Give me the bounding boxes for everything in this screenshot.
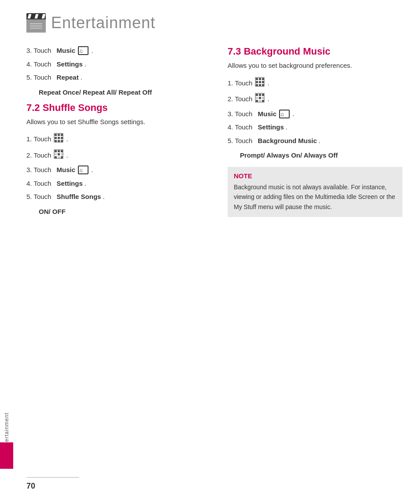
svg-rect-0 — [55, 134, 57, 136]
content-columns: 3. Touch Music ♫. 4. Touch Settings. 5. … — [26, 46, 402, 491]
svg-rect-10 — [55, 150, 57, 152]
shuffle-steps-list: 1. Touch — [26, 133, 201, 202]
svg-rect-21 — [259, 78, 261, 80]
svg-rect-26 — [256, 84, 258, 86]
svg-rect-1 — [58, 134, 60, 136]
note-box: NOTE Background music is not always avai… — [228, 167, 402, 217]
svg-rect-30 — [256, 94, 258, 96]
svg-rect-28 — [262, 84, 264, 86]
svg-rect-14 — [58, 153, 60, 155]
svg-rect-32 — [262, 94, 264, 96]
svg-rect-31 — [259, 94, 261, 96]
svg-rect-22 — [262, 78, 264, 80]
right-column: 7.3 Background Music Allows you to set b… — [223, 46, 402, 491]
bg-steps-list: 1. Touch — [228, 77, 402, 146]
shuffle-songs-desc: Allows you to set Shuffle Songs settings… — [26, 117, 201, 127]
music-icon-3: ♫ — [279, 110, 290, 118]
svg-rect-11 — [58, 150, 60, 152]
bg-music-heading: 7.3 Background Music — [228, 46, 402, 57]
svg-rect-35 — [262, 97, 264, 99]
music-icon-2: ♫ — [78, 166, 88, 174]
svg-rect-13 — [55, 153, 57, 155]
shuffle-step-3: 3. Touch Music ♫. — [26, 165, 201, 175]
page-number: 70 — [26, 482, 35, 491]
page-title: Entertainment — [51, 14, 155, 32]
shuffle-step-1: 1. Touch — [26, 133, 201, 146]
note-label: NOTE — [234, 172, 396, 180]
svg-rect-38 — [262, 100, 264, 102]
bg-step-5: 5. Touch Background Music. — [228, 136, 402, 146]
shuffle-step-4: 4. Touch Settings. — [26, 179, 201, 189]
svg-rect-3 — [55, 137, 57, 139]
shuffle-step-2: 2. Touch — [26, 149, 201, 162]
step-5-touch-repeat: 5. Touch Repeat. — [26, 73, 201, 83]
svg-rect-6 — [55, 140, 57, 142]
svg-rect-5 — [61, 137, 63, 139]
step-4-touch-settings: 4. Touch Settings. — [26, 59, 201, 70]
sidebar: Entertainment — [0, 0, 13, 504]
grid-icon-1 — [54, 133, 63, 146]
svg-rect-34 — [259, 97, 261, 99]
svg-rect-25 — [262, 81, 264, 83]
note-text: Background music is not always available… — [234, 182, 396, 212]
step-3-touch-music: 3. Touch Music ♫. — [26, 46, 201, 56]
bg-step-3: 3. Touch Music ♫. — [228, 109, 402, 119]
bg-grid-icon-1 — [255, 77, 265, 90]
svg-rect-23 — [256, 81, 258, 83]
svg-rect-37 — [259, 100, 261, 102]
svg-rect-4 — [58, 137, 60, 139]
shuffle-step-5: 5. Touch Shuffle Songs. — [26, 192, 201, 202]
bg-grid-icon-2 — [255, 93, 265, 106]
left-column: 3. Touch Music ♫. 4. Touch Settings. 5. … — [26, 46, 206, 491]
sidebar-accent — [0, 442, 13, 469]
bg-music-desc: Allows you to set background preferences… — [228, 61, 402, 71]
page-header: Entertainment — [26, 13, 402, 33]
svg-rect-18 — [61, 156, 63, 158]
bg-step-4: 4. Touch Settings. — [228, 122, 402, 132]
svg-rect-20 — [256, 78, 258, 80]
svg-rect-33 — [256, 97, 258, 99]
svg-rect-36 — [256, 100, 258, 102]
bg-step-1: 1. Touch — [228, 77, 402, 90]
main-content: Entertainment 3. Touch Music ♫. 4. Touch… — [13, 0, 420, 504]
svg-rect-2 — [61, 134, 63, 136]
repeat-options-note: Repeat Once/ Repeat All/ Repeat Off — [39, 87, 201, 98]
page-divider — [26, 477, 79, 478]
svg-rect-27 — [259, 84, 261, 86]
svg-rect-17 — [58, 156, 60, 158]
entertainment-icon — [26, 13, 46, 33]
svg-rect-8 — [61, 140, 63, 142]
prompt-note: Prompt/ Always On/ Always Off — [240, 150, 402, 161]
shuffle-songs-heading: 7.2 Shuffle Songs — [26, 102, 201, 114]
bg-step-2: 2. Touch — [228, 93, 402, 106]
svg-rect-16 — [55, 156, 57, 158]
svg-rect-12 — [61, 150, 63, 152]
svg-rect-15 — [61, 153, 63, 155]
grid-icon-2 — [54, 149, 63, 162]
music-icon-1: ♫ — [78, 46, 88, 55]
svg-rect-7 — [58, 140, 60, 142]
steps-intro-list: 3. Touch Music ♫. 4. Touch Settings. 5. … — [26, 46, 201, 83]
svg-rect-24 — [259, 81, 261, 83]
on-off-note: ON/ OFF — [39, 206, 201, 217]
